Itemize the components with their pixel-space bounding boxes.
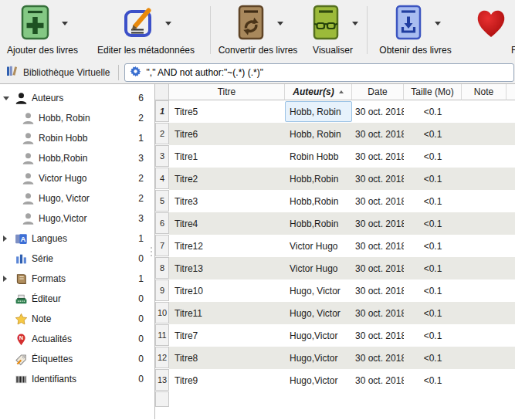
cell-author[interactable]: Hugo,Victor <box>285 324 352 347</box>
row-number[interactable]: 2 <box>155 123 169 144</box>
cell-size[interactable]: <0.1 <box>404 324 462 347</box>
sidebar-item-robin-hobb[interactable]: Robin Hobb 1 <box>0 128 148 148</box>
sidebar-item-formats[interactable]: Formats 1 <box>0 269 148 289</box>
expander-icon[interactable] <box>3 276 14 282</box>
add-books-dropdown-arrow[interactable] <box>62 22 68 25</box>
gear-icon[interactable] <box>130 66 141 80</box>
cell-size[interactable]: <0.1 <box>404 123 462 145</box>
virtual-library-button[interactable]: Bibliothèque Virtuelle <box>5 63 115 81</box>
cell-date[interactable]: 30 oct. 2018 <box>352 212 404 235</box>
table-row[interactable]: 11 Titre7 Hugo,Victor 30 oct. 2018 <0.1 <box>155 324 515 347</box>
table-row[interactable]: 7 Titre12 Victor Hugo 30 oct. 2018 <0.1 <box>155 235 515 257</box>
cell-author[interactable]: Hugo, Victor <box>285 302 352 324</box>
row-number[interactable]: 11 <box>155 324 169 346</box>
sidebar-item-identifiants[interactable]: Identifiants 0 <box>0 369 148 389</box>
cell-note[interactable] <box>462 100 507 123</box>
cell-note[interactable] <box>462 123 507 145</box>
table-row[interactable]: 4 Titre2 Hobb,Robin 30 oct. 2018 <0.1 <box>155 168 515 190</box>
view-dropdown-arrow[interactable] <box>352 22 358 25</box>
sidebar-item-hobb-robin-nospace[interactable]: Hobb,Robin 3 <box>0 148 148 168</box>
sidebar-item-note[interactable]: Note 0 <box>0 309 148 329</box>
cell-title[interactable]: Titre10 <box>169 279 285 302</box>
column-header-date[interactable]: Date <box>352 84 404 100</box>
table-row[interactable]: 8 Titre13 Victor Hugo 30 oct. 2018 <0.1 <box>155 257 515 279</box>
row-number[interactable]: 10 <box>155 302 169 323</box>
cell-date[interactable]: 30 oct. 2018 <box>352 145 404 168</box>
cell-title[interactable]: Titre11 <box>169 302 285 324</box>
search-input[interactable]: "," AND not author:"~(.*) (.*)" <box>124 63 514 82</box>
cell-size[interactable]: <0.1 <box>404 279 462 302</box>
cell-author-selected[interactable]: Hobb, Robin <box>285 101 352 122</box>
cell-date[interactable]: 30 oct. 2018 <box>352 257 404 279</box>
cell-size[interactable]: <0.1 <box>404 347 462 369</box>
table-row[interactable]: 9 Titre10 Hugo, Victor 30 oct. 2018 <0.1 <box>155 279 515 302</box>
expander-icon[interactable] <box>3 235 14 242</box>
cell-note[interactable] <box>462 369 507 391</box>
cell-note[interactable] <box>462 324 507 347</box>
table-row[interactable]: 1 Titre5 Hobb, Robin 30 oct. 2018 <0.1 <box>155 100 515 123</box>
cell-size[interactable]: <0.1 <box>404 212 462 235</box>
add-books-button[interactable]: Ajouter des livres <box>0 0 85 56</box>
cell-title[interactable]: Titre6 <box>169 123 285 145</box>
cell-note[interactable] <box>462 212 507 235</box>
expander-icon[interactable] <box>3 97 14 100</box>
cell-note[interactable] <box>462 279 507 302</box>
cell-title[interactable]: Titre7 <box>169 324 285 347</box>
table-row[interactable]: 12 Titre8 Hugo,Victor 30 oct. 2018 <0.1 <box>155 347 515 369</box>
sidebar-item-actualites[interactable]: N Actualités 0 <box>0 329 148 349</box>
cell-date[interactable]: 30 oct. 2018 <box>352 190 404 212</box>
cell-date[interactable]: 30 oct. 2018 <box>352 168 404 190</box>
column-header-titre[interactable]: Titre <box>169 84 285 100</box>
table-row[interactable]: 2 Titre6 Hobb, Robin 30 oct. 2018 <0.1 <box>155 123 515 145</box>
sidebar-splitter[interactable] <box>148 84 154 419</box>
cell-note[interactable] <box>462 190 507 212</box>
sidebar-item-victor-hugo[interactable]: Victor Hugo 2 <box>0 168 148 188</box>
cell-note[interactable] <box>462 347 507 369</box>
cell-note[interactable] <box>462 168 507 190</box>
row-number[interactable]: 7 <box>155 235 169 256</box>
cell-size[interactable]: <0.1 <box>404 168 462 190</box>
table-row[interactable]: 5 Titre3 Hobb,Robin 30 oct. 2018 <0.1 <box>155 190 515 212</box>
sidebar-item-serie[interactable]: Série 0 <box>0 249 148 269</box>
cell-size[interactable]: <0.1 <box>404 190 462 212</box>
edit-metadata-button[interactable]: Editer les métadonnées <box>85 0 207 56</box>
cell-date[interactable]: 30 oct. 2018 <box>352 123 404 145</box>
sidebar-item-langues[interactable]: A Langues 1 <box>0 229 148 249</box>
row-number[interactable]: 1 <box>155 100 169 122</box>
get-books-button[interactable]: Obtenir des livres <box>371 0 460 56</box>
cell-size[interactable]: <0.1 <box>404 257 462 279</box>
cell-size[interactable]: <0.1 <box>404 235 462 257</box>
row-number[interactable]: 13 <box>155 369 169 391</box>
get-books-dropdown-arrow[interactable] <box>435 22 441 25</box>
cell-author[interactable]: Hobb,Robin <box>285 212 352 235</box>
cell-author[interactable]: Hobb,Robin <box>285 190 352 212</box>
cell-title[interactable]: Titre4 <box>169 212 285 235</box>
table-row[interactable]: 10 Titre11 Hugo, Victor 30 oct. 2018 <0.… <box>155 302 515 324</box>
convert-books-button[interactable]: Convertir des livres <box>214 0 302 56</box>
cell-date[interactable]: 30 oct. 2018 <box>352 369 404 391</box>
cell-date[interactable]: 30 oct. 2018 <box>352 302 404 324</box>
cell-author[interactable]: Victor Hugo <box>285 235 352 257</box>
header-corner-cell[interactable] <box>155 84 169 100</box>
row-number[interactable]: 5 <box>155 190 169 212</box>
cell-title[interactable]: Titre1 <box>169 145 285 168</box>
cell-date[interactable]: 30 oct. 2018 <box>352 347 404 369</box>
column-header-auteurs[interactable]: Auteur(s) <box>285 84 352 100</box>
cell-size[interactable]: <0.1 <box>404 145 462 168</box>
view-button[interactable]: Visualiser <box>302 0 364 56</box>
sidebar-item-hugo-victor-comma[interactable]: Hugo, Victor 2 <box>0 188 148 208</box>
column-header-taille[interactable]: Taille (Mo) <box>404 84 462 100</box>
row-number[interactable]: 12 <box>155 347 169 368</box>
cell-title[interactable]: Titre9 <box>169 369 285 391</box>
cell-author[interactable]: Hugo,Victor <box>285 347 352 369</box>
cell-title[interactable]: Titre13 <box>169 257 285 279</box>
edit-metadata-dropdown-arrow[interactable] <box>165 22 171 25</box>
row-number[interactable]: 6 <box>155 212 169 234</box>
cell-title[interactable]: Titre8 <box>169 347 285 369</box>
cell-date[interactable]: 30 oct. 2018 <box>352 100 404 123</box>
cell-date[interactable]: 30 oct. 2018 <box>352 279 404 302</box>
cell-author[interactable]: Hugo, Victor <box>285 279 352 302</box>
sidebar-item-hugo-victor-nospace[interactable]: Hugo,Victor 3 <box>0 208 148 229</box>
donate-button[interactable]: F <box>460 0 515 56</box>
cell-author[interactable]: Hobb, Robin <box>285 123 352 145</box>
